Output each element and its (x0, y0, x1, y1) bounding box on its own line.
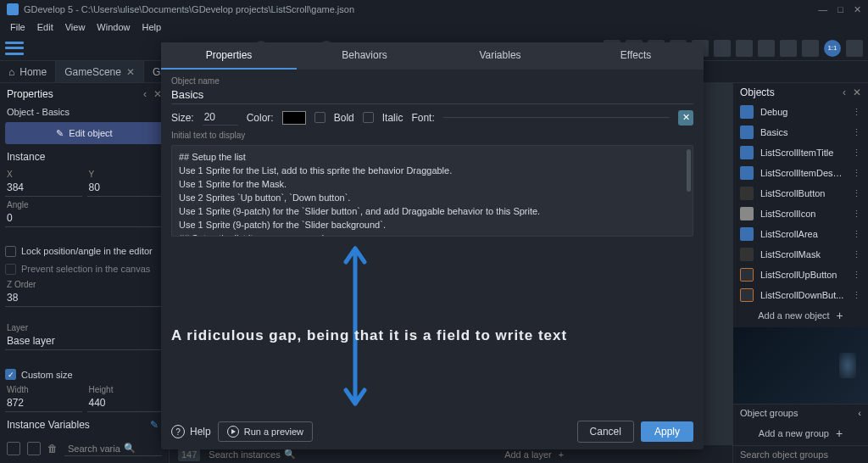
menu-help[interactable]: Help (136, 20, 166, 34)
color-swatch[interactable] (282, 111, 306, 125)
cancel-button[interactable]: Cancel (577, 421, 634, 443)
object-row[interactable]: ListScrollArea⋮ (733, 224, 868, 244)
angle-label: Angle (5, 200, 164, 209)
scene-preview-thumb (733, 327, 868, 404)
object-row[interactable]: Basics⋮ (733, 122, 868, 142)
textarea-scrollbar[interactable] (687, 149, 691, 192)
paste-icon[interactable] (27, 442, 41, 455)
annotation-line-1: A ridiculous gap, being that it is a fie… (171, 322, 567, 349)
plus-icon: + (559, 449, 564, 460)
y-label: Y (87, 170, 164, 179)
kebab-icon[interactable]: ⋮ (852, 290, 861, 301)
object-row[interactable]: ListScrollItemDesc...⋮ (733, 163, 868, 183)
tab-properties[interactable]: Properties (161, 42, 297, 70)
object-name-label: Object name (171, 76, 693, 86)
y-input[interactable]: 80 (87, 179, 164, 197)
panel-collapse-icon[interactable]: ‹ (143, 88, 147, 100)
apply-button[interactable]: Apply (641, 421, 693, 442)
width-input[interactable]: 872 (5, 394, 82, 412)
font-input[interactable] (443, 117, 670, 118)
clear-font-icon[interactable]: ✕ (678, 110, 693, 126)
kebab-icon[interactable]: ⋮ (852, 148, 861, 159)
add-object-button[interactable]: Add a new object + (733, 304, 868, 327)
customsize-checkbox[interactable] (5, 369, 16, 380)
object-row[interactable]: ListScrollUpButton⋮ (733, 265, 868, 285)
italic-checkbox[interactable] (363, 112, 374, 123)
pencil-icon: ✎ (56, 128, 64, 139)
search-instances-input[interactable]: Search instances🔍 (209, 449, 336, 460)
objects-collapse-icon[interactable]: ‹ (843, 86, 846, 98)
toolbar-btn-6[interactable] (714, 40, 731, 57)
grid-button[interactable] (802, 40, 819, 57)
kebab-icon[interactable]: ⋮ (852, 188, 861, 199)
redo-button[interactable] (758, 40, 775, 57)
tab-effects[interactable]: Effects (568, 42, 704, 70)
window-close-button[interactable]: ✕ (854, 4, 861, 15)
lock-checkbox[interactable] (5, 246, 16, 257)
size-input[interactable]: 20 (203, 109, 238, 126)
add-group-label: Add a new group (759, 428, 829, 438)
object-row[interactable]: Debug⋮ (733, 102, 868, 122)
help-button[interactable]: ? Help (171, 425, 211, 438)
object-row[interactable]: ListScrollButton⋮ (733, 183, 868, 204)
undo-button[interactable] (736, 40, 753, 57)
tab-home[interactable]: ⌂ Home (0, 61, 56, 82)
add-group-button[interactable]: Add a new group + (733, 421, 868, 445)
menu-file[interactable]: File (5, 20, 31, 34)
object-thumb (740, 187, 754, 200)
objects-panel: Objects ‹✕ Debug⋮Basics⋮ListScrollItemTi… (732, 83, 868, 463)
edit-object-button[interactable]: ✎ Edit object (5, 122, 164, 144)
kebab-icon[interactable]: ⋮ (852, 249, 861, 260)
angle-input[interactable]: 0 (5, 209, 164, 227)
height-input[interactable]: 440 (87, 394, 164, 412)
prevent-checkbox[interactable] (5, 264, 16, 275)
instance-variables-header: Instance Variables (7, 419, 90, 431)
object-row[interactable]: ListScrollDownBut...⋮ (733, 285, 868, 304)
lock-label: Lock position/angle in the editor (21, 246, 153, 256)
add-layer-button[interactable]: Add a layer (504, 449, 552, 460)
object-name: Debug (760, 107, 845, 117)
edit-variables-icon[interactable]: ✎ (150, 419, 162, 431)
dialog-tabs: Properties Behaviors Variables Effects (161, 42, 704, 70)
layer-select[interactable]: Base layer (5, 332, 164, 350)
menu-window[interactable]: Window (92, 20, 135, 34)
object-row[interactable]: ListScrollMask⋮ (733, 244, 868, 265)
kebab-icon[interactable]: ⋮ (852, 209, 861, 220)
plus-icon: + (836, 427, 843, 440)
search-groups-input[interactable]: Search object groups (733, 445, 868, 463)
bold-checkbox[interactable] (314, 112, 326, 123)
kebab-icon[interactable]: ⋮ (852, 127, 861, 138)
kebab-icon[interactable]: ⋮ (852, 107, 861, 118)
run-preview-button[interactable]: Run a preview (218, 421, 313, 442)
x-input[interactable]: 384 (5, 179, 82, 197)
window-maximize-button[interactable]: □ (837, 4, 843, 15)
window-minimize-button[interactable]: — (818, 4, 827, 15)
object-thumb (740, 268, 754, 282)
kebab-icon[interactable]: ⋮ (852, 270, 861, 281)
menu-icon[interactable] (5, 42, 24, 55)
trash-icon[interactable]: 🗑 (47, 443, 58, 455)
zorder-input[interactable]: 38 (5, 289, 164, 307)
search-variables-input[interactable]: Search varia 🔍 (64, 441, 162, 456)
menu-view[interactable]: View (60, 20, 91, 34)
copy-icon[interactable] (7, 442, 20, 455)
kebab-icon[interactable]: ⋮ (852, 229, 861, 240)
object-row[interactable]: ListScrollItemTitle⋮ (733, 142, 868, 163)
tab-behaviors[interactable]: Behaviors (297, 42, 432, 70)
zoom-fit-button[interactable]: 1:1 (824, 40, 841, 57)
object-editor-dialog: Properties Behaviors Variables Effects O… (161, 42, 704, 449)
groups-collapse-icon[interactable]: ‹ (858, 408, 861, 418)
tab-variables[interactable]: Variables (432, 42, 568, 70)
objects-close-icon[interactable]: ✕ (853, 86, 861, 98)
toolbar-btn-12[interactable] (846, 40, 863, 57)
run-preview-label: Run a preview (244, 427, 303, 437)
object-row[interactable]: ListScrollIcon⋮ (733, 204, 868, 224)
kebab-icon[interactable]: ⋮ (852, 168, 861, 179)
menu-edit[interactable]: Edit (32, 20, 58, 34)
object-name-input[interactable]: Basics (171, 86, 693, 104)
tab-gamescene[interactable]: GameScene ✕ (56, 61, 144, 82)
plus-icon: + (837, 309, 843, 322)
toolbar-btn-9[interactable] (780, 40, 797, 57)
initial-text-textarea[interactable]: ## Setup the list Use 1 Sprite for the L… (171, 145, 693, 237)
tab-close-icon[interactable]: ✕ (126, 66, 135, 78)
